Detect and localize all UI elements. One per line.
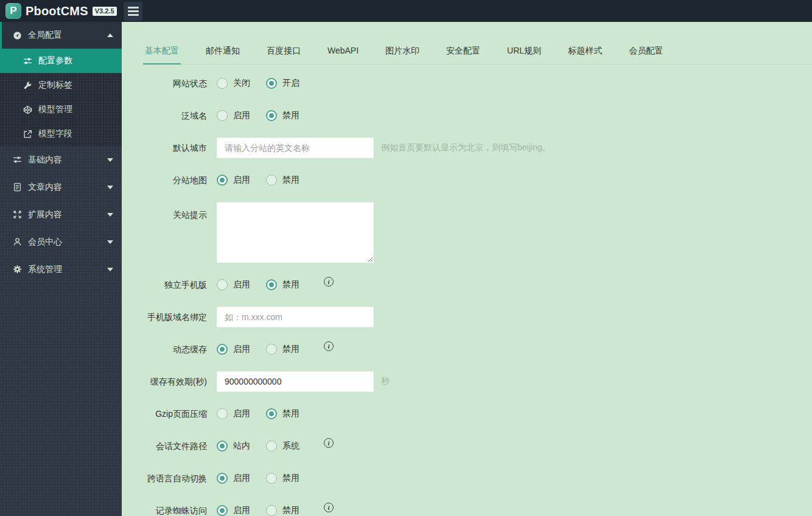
tab-baidu-api[interactable]: 百度接口 — [265, 46, 303, 64]
hamburger-icon — [128, 7, 139, 9]
file-text-icon — [13, 183, 22, 192]
caret-down-icon — [107, 240, 113, 244]
cache-expiry-input[interactable] — [217, 371, 374, 392]
form-row-spider-log: 记录蜘蛛访问 启用 禁用 — [143, 500, 812, 516]
version-badge: V3.2.5 — [93, 7, 117, 16]
field-label: Gzip页面压缩 — [143, 403, 207, 424]
radio-in-site[interactable]: 站内 — [217, 441, 250, 452]
sidebar-item-label: 模型管理 — [38, 104, 72, 115]
radio-site-close[interactable]: 关闭 — [217, 78, 250, 89]
sidebar-item-config-params[interactable]: 配置参数 — [0, 49, 122, 73]
mobile-domain-input[interactable] — [217, 307, 374, 327]
form-row-subsite-map: 分站地图 启用 禁用 — [143, 170, 812, 190]
caret-down-icon — [107, 268, 113, 271]
radio-label: 站内 — [233, 441, 250, 452]
info-icon[interactable] — [324, 438, 334, 448]
radio-circle — [217, 441, 228, 452]
codepen-icon — [23, 105, 32, 114]
radio-circle — [217, 279, 228, 290]
radio-label: 禁用 — [282, 110, 299, 121]
sidebar-item-basic-content[interactable]: 基础内容 — [0, 146, 122, 173]
sidebar-item-global-config[interactable]: 全局配置 — [0, 22, 122, 49]
sidebar-item-label: 模型字段 — [38, 128, 72, 139]
radio-circle — [266, 279, 277, 290]
radio-circle — [266, 408, 277, 419]
sidebar-item-label: 会员中心 — [28, 237, 62, 248]
tab-security-config[interactable]: 安全配置 — [444, 46, 482, 64]
radio-label: 系统 — [282, 441, 299, 452]
radio-circle — [266, 505, 277, 516]
sliders-icon — [13, 155, 22, 164]
radio-enable[interactable]: 启用 — [217, 175, 250, 186]
radio-label: 禁用 — [282, 408, 299, 419]
radio-circle — [266, 473, 277, 484]
sliders-icon — [23, 57, 32, 66]
pbootcms-logo-icon: P — [5, 3, 21, 19]
sidebar-item-custom-tags[interactable]: 定制标签 — [0, 73, 122, 97]
radio-system[interactable]: 系统 — [266, 441, 299, 452]
radio-circle — [266, 441, 277, 452]
form-row-language-auto-switch: 跨语言自动切换 启用 禁用 — [143, 468, 812, 489]
field-label: 缓存有效期(秒) — [143, 371, 207, 392]
field-label: 网站状态 — [143, 73, 207, 94]
sidebar: 全局配置 配置参数 定制标签 模型管理 模型字段 — [0, 22, 122, 516]
radio-disable[interactable]: 禁用 — [266, 279, 299, 290]
radio-disable[interactable]: 禁用 — [266, 505, 299, 516]
form-row-mobile-domain-bind: 手机版域名绑定 — [143, 307, 812, 327]
info-icon[interactable] — [324, 341, 334, 351]
radio-enable[interactable]: 启用 — [217, 505, 250, 516]
radio-enable[interactable]: 启用 — [217, 473, 250, 484]
sidebar-item-extend-content[interactable]: 扩展内容 — [0, 201, 122, 228]
radio-label: 启用 — [233, 110, 250, 121]
radio-disable[interactable]: 禁用 — [266, 175, 299, 186]
sidebar-item-model-fields[interactable]: 模型字段 — [0, 122, 122, 146]
radio-label: 开启 — [282, 78, 299, 89]
radio-label: 启用 — [233, 344, 250, 355]
radio-enable[interactable]: 启用 — [217, 279, 250, 290]
sidebar-item-system-manage[interactable]: 系统管理 — [0, 256, 122, 283]
tab-url-rules[interactable]: URL规则 — [505, 46, 543, 64]
logo-letter: P — [10, 5, 16, 17]
info-icon[interactable] — [324, 277, 334, 287]
radio-label: 禁用 — [282, 344, 299, 355]
main-content: 基本配置 邮件通知 百度接口 WebAPI 图片水印 安全配置 URL规则 标题… — [122, 22, 812, 516]
radio-label: 禁用 — [282, 175, 299, 186]
brand-area: P PbootCMS V3.2.5 — [0, 3, 122, 19]
tab-member-config[interactable]: 会员配置 — [627, 46, 665, 64]
radio-circle — [217, 473, 228, 484]
radio-enable[interactable]: 启用 — [217, 110, 250, 121]
radio-disable[interactable]: 禁用 — [266, 408, 299, 419]
tab-webapi[interactable]: WebAPI — [326, 46, 360, 64]
tab-basic-config[interactable]: 基本配置 — [143, 46, 181, 64]
form-row-site-status: 网站状态 关闭 开启 — [143, 73, 812, 94]
globe-icon — [13, 31, 22, 40]
radio-enable[interactable]: 启用 — [217, 344, 250, 355]
sidebar-item-model-manage[interactable]: 模型管理 — [0, 97, 122, 122]
radio-disable[interactable]: 禁用 — [266, 344, 299, 355]
tab-mail-notice[interactable]: 邮件通知 — [204, 46, 242, 64]
info-icon[interactable] — [324, 503, 334, 512]
menu-toggle-button[interactable] — [124, 2, 142, 21]
radio-site-open[interactable]: 开启 — [266, 78, 299, 89]
field-label: 手机版域名绑定 — [143, 307, 207, 327]
sidebar-item-label: 基础内容 — [28, 155, 62, 166]
form-row-gzip-compression: Gzip页面压缩 启用 禁用 — [143, 403, 812, 424]
radio-label: 启用 — [233, 279, 250, 290]
radio-circle — [217, 175, 228, 186]
tab-image-watermark[interactable]: 图片水印 — [383, 46, 421, 64]
default-city-input[interactable] — [217, 138, 374, 158]
sidebar-item-member-center[interactable]: 会员中心 — [0, 228, 122, 256]
radio-enable[interactable]: 启用 — [217, 408, 250, 419]
radio-disable[interactable]: 禁用 — [266, 473, 299, 484]
radio-circle — [217, 408, 228, 419]
radio-circle — [266, 344, 277, 355]
close-site-tip-textarea[interactable] — [217, 202, 374, 263]
form-row-session-path: 会话文件路径 站内 系统 — [143, 436, 812, 456]
sidebar-item-label: 系统管理 — [28, 264, 62, 275]
gear-icon — [13, 265, 22, 274]
radio-label: 启用 — [233, 175, 250, 186]
sidebar-item-article-content[interactable]: 文章内容 — [0, 173, 122, 201]
field-label: 分站地图 — [143, 170, 207, 190]
radio-disable[interactable]: 禁用 — [266, 110, 299, 121]
tab-title-style[interactable]: 标题样式 — [566, 46, 604, 64]
